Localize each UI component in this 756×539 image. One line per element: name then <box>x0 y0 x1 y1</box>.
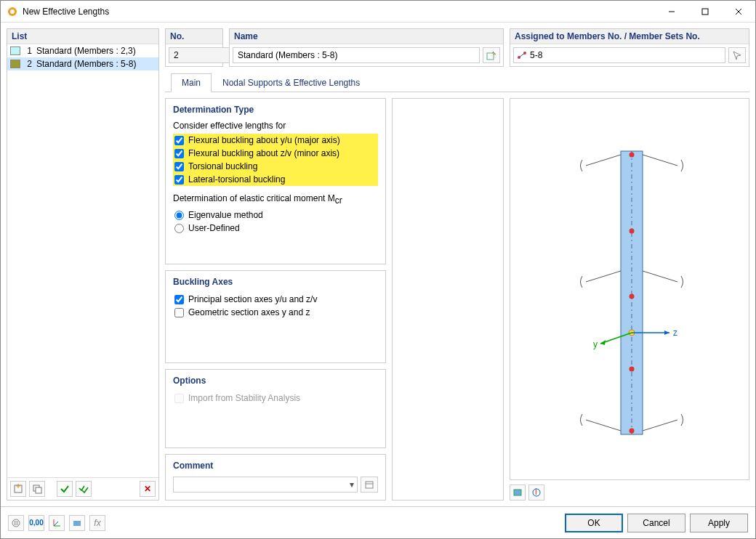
new-item-button[interactable] <box>10 481 26 497</box>
apply-button[interactable]: Apply <box>690 514 748 532</box>
svg-text:i: i <box>535 487 537 497</box>
svg-line-21 <box>586 155 621 166</box>
list-item-label: Standard (Members : 2,3) <box>36 46 136 56</box>
svg-line-46 <box>13 524 15 526</box>
units-button[interactable]: 0,00 <box>28 515 44 531</box>
no-field: No. <box>165 28 223 67</box>
svg-rect-11 <box>487 53 494 60</box>
list-toolbar: ✕ <box>7 477 158 500</box>
list-item[interactable]: 2 Standard (Members : 5-8) <box>7 57 158 70</box>
axis-button[interactable] <box>49 515 65 531</box>
view-mode-button[interactable] <box>69 515 85 531</box>
check-principal-axes[interactable]: Principal section axes y/u and z/v <box>173 293 378 306</box>
maximize-button[interactable] <box>688 1 722 23</box>
assigned-input[interactable]: 5-8 <box>513 47 725 63</box>
svg-line-23 <box>586 420 621 431</box>
check-import-stability: Import from Stability Analysis <box>173 392 378 405</box>
svg-line-44 <box>13 520 15 522</box>
name-header: Name <box>230 29 503 44</box>
svg-text:z: z <box>673 328 677 338</box>
ok-button[interactable]: OK <box>565 514 623 532</box>
check-flexural-yu-box[interactable] <box>174 136 184 145</box>
svg-point-30 <box>630 367 635 372</box>
axes-title: Buckling Axes <box>173 277 378 287</box>
help-button[interactable] <box>8 515 24 531</box>
assigned-value: 5-8 <box>530 50 542 60</box>
swatch-icon <box>10 46 20 55</box>
check-lateral-torsional-box[interactable] <box>174 175 184 185</box>
mcr-label: Determination of elastic critical moment… <box>173 193 378 206</box>
assigned-header: Assigned to Members No. / Member Sets No… <box>510 29 749 44</box>
function-button[interactable]: fx <box>89 515 105 531</box>
svg-marker-37 <box>600 340 606 345</box>
preview-view-button[interactable] <box>510 485 526 500</box>
check-geometric-axes-box[interactable] <box>174 308 184 317</box>
svg-line-22 <box>643 155 677 166</box>
list-item-num: 2 <box>25 59 32 69</box>
check-lateral-torsional[interactable]: Lateral-torsional buckling <box>173 173 378 186</box>
determination-group: Determination Type Consider effective le… <box>165 98 386 264</box>
tab-main[interactable]: Main <box>171 73 212 92</box>
svg-text:y: y <box>593 339 598 349</box>
check-flexural-zv[interactable]: Flexural buckling about z/v (minor axis) <box>173 147 378 160</box>
preview-toolbar: i <box>510 485 749 500</box>
check-import-stability-box <box>174 394 184 403</box>
bottombar: 0,00 fx OK Cancel Apply <box>1 506 755 538</box>
name-input[interactable] <box>233 47 480 63</box>
options-group: Options Import from Stability Analysis <box>165 369 386 448</box>
middle-empty-panel <box>392 98 504 500</box>
no-header: No. <box>166 29 222 44</box>
close-button[interactable] <box>722 1 755 23</box>
check-flexural-zv-box[interactable] <box>174 149 184 158</box>
pick-members-button[interactable] <box>728 47 746 63</box>
radio-user-input[interactable] <box>174 224 184 233</box>
svg-line-24 <box>643 420 677 431</box>
check-principal-axes-box[interactable] <box>174 295 184 304</box>
list-item[interactable]: 1 Standard (Members : 2,3) <box>7 44 158 57</box>
cancel-button[interactable]: Cancel <box>627 514 685 532</box>
svg-rect-3 <box>702 9 708 15</box>
member-icon <box>517 51 527 60</box>
svg-rect-10 <box>36 487 41 493</box>
svg-point-27 <box>630 153 635 158</box>
svg-point-1 <box>10 9 15 14</box>
minimize-button[interactable] <box>655 1 688 23</box>
comment-combo[interactable]: ▾ <box>173 477 358 493</box>
comment-title: Comment <box>173 461 378 471</box>
list[interactable]: 1 Standard (Members : 2,3) 2 Standard (M… <box>7 44 158 477</box>
name-field: Name <box>229 28 504 67</box>
check-geometric-axes[interactable]: Geometric section axes y and z <box>173 306 378 319</box>
buckling-axes-group: Buckling Axes Principal section axes y/u… <box>165 270 386 363</box>
copy-item-button[interactable] <box>29 481 45 497</box>
radio-eigen[interactable]: Eigenvalue method <box>173 208 378 222</box>
check-button[interactable] <box>57 481 73 497</box>
svg-point-31 <box>630 429 635 434</box>
list-panel: List 1 Standard (Members : 2,3) 2 Standa… <box>7 28 159 500</box>
window-title: New Effective Lengths <box>23 7 655 17</box>
svg-line-25 <box>586 271 621 282</box>
svg-line-16 <box>519 53 525 57</box>
svg-line-26 <box>643 271 677 282</box>
preview-info-button[interactable]: i <box>528 485 544 500</box>
assigned-field: Assigned to Members No. / Member Sets No… <box>510 28 749 67</box>
list-item-label: Standard (Members : 5-8) <box>36 59 136 69</box>
svg-rect-17 <box>366 482 373 488</box>
check-torsional[interactable]: Torsional buckling <box>173 160 378 173</box>
determination-title: Determination Type <box>173 105 378 115</box>
name-edit-button[interactable] <box>483 47 500 63</box>
tabs: Main Nodal Supports & Effective Lengths <box>165 73 749 92</box>
check-torsional-box[interactable] <box>174 162 184 171</box>
comment-library-button[interactable] <box>361 477 378 493</box>
chevron-down-icon: ▾ <box>350 479 354 490</box>
delete-button[interactable]: ✕ <box>140 481 156 497</box>
check-flexural-yu[interactable]: Flexural buckling about y/u (major axis) <box>173 134 378 147</box>
swatch-icon <box>10 60 20 68</box>
tab-nodal-supports[interactable]: Nodal Supports & Effective Lengths <box>212 73 371 92</box>
consider-label: Consider effective lengths for <box>173 121 378 131</box>
radio-eigen-input[interactable] <box>174 211 184 220</box>
radio-user[interactable]: User-Defined <box>173 222 378 235</box>
check-all-button[interactable] <box>76 481 92 497</box>
svg-point-28 <box>630 229 635 234</box>
preview-panel: z y <box>510 98 749 480</box>
comment-group: Comment ▾ <box>165 454 386 500</box>
